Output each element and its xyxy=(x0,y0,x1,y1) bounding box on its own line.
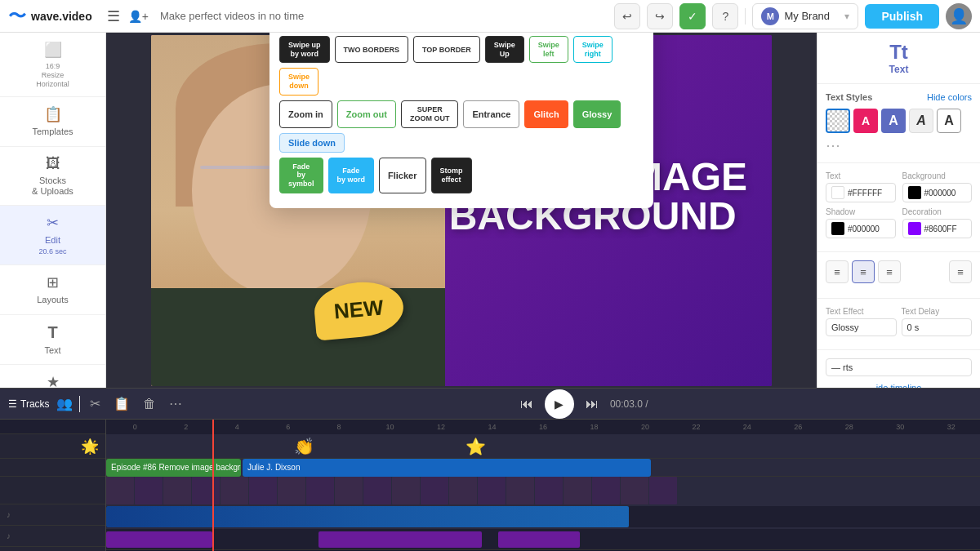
more-styles-icon[interactable]: ⋯ xyxy=(826,136,840,154)
purple-clip-3[interactable] xyxy=(498,531,580,548)
effect-swipe-up[interactable]: SwipeUp xyxy=(485,36,524,64)
align-center-button[interactable]: ≡ xyxy=(852,260,875,283)
layouts-icon: ⊞ xyxy=(47,273,59,291)
bg-color-label: Background xyxy=(902,171,973,180)
effect-row-3: Zoom in Zoom out SUPERZOOM OUT Entrance … xyxy=(279,100,644,153)
divider xyxy=(745,8,746,24)
decoration-color-item: Decoration #8600FF xyxy=(902,207,973,238)
text-effect-item: Text Effect Glossy xyxy=(826,307,897,336)
text-color-picker[interactable]: #FFFFFF xyxy=(826,183,896,202)
effect-two-borders[interactable]: TWO BORDERS xyxy=(335,36,409,64)
thumb-3 xyxy=(163,477,191,504)
undo-button[interactable]: ↩ xyxy=(614,3,640,29)
style-swatch-checkerboard[interactable] xyxy=(826,109,850,133)
menu-icon[interactable]: ☰ xyxy=(107,7,120,25)
color-row-1: Text #FFFFFF Background #000000 xyxy=(826,171,972,202)
thumbnail-strip xyxy=(106,477,980,504)
text-styles-section: Text Styles Hide colors A A A A ⋯ xyxy=(817,84,980,163)
effect-zoom-out[interactable]: Zoom out xyxy=(337,100,396,128)
skip-forward-button[interactable]: ⏭ xyxy=(581,393,604,415)
brand-avatar: M xyxy=(761,7,779,25)
additional-section: — rts ide timeline xyxy=(817,350,980,388)
bg-color-item: Background #000000 xyxy=(902,171,973,202)
save-button[interactable]: ✓ xyxy=(679,3,706,29)
effect-top-border[interactable]: TOP BORDER xyxy=(413,36,480,64)
text-delay-select[interactable]: 0 s xyxy=(902,318,973,336)
align-list-button[interactable]: ≡ xyxy=(949,260,972,283)
text-effect-select[interactable]: Glossy xyxy=(826,318,897,336)
additional-select[interactable]: — rts xyxy=(826,358,972,376)
style-swatch-dark[interactable]: A xyxy=(909,109,933,133)
effect-fade-symbol[interactable]: Fadebysymbol xyxy=(279,158,323,193)
user-avatar[interactable]: 👤 xyxy=(946,3,972,29)
effect-super-zoom-out[interactable]: SUPERZOOM OUT xyxy=(401,100,459,128)
sidebar-label-text: Text xyxy=(44,345,60,356)
clip-julie[interactable]: Julie J. Dixson xyxy=(243,459,651,477)
style-swatch-outline[interactable]: A xyxy=(937,109,961,133)
effect-row-2: Swipe upby word TWO BORDERS TOP BORDER S… xyxy=(279,36,644,96)
color-row-2: Shadow #000000 Decoration #8600FF xyxy=(826,207,972,238)
sidebar-item-edit[interactable]: ✂ Edit20.6 sec xyxy=(0,206,105,265)
timeline-scroll[interactable]: 0 2 4 6 8 10 12 14 16 18 20 22 24 26 28 … xyxy=(106,420,980,551)
add-user-button[interactable]: 👤+ xyxy=(128,10,149,23)
effect-entrance[interactable]: Entrance xyxy=(463,100,519,128)
brand-chevron-icon: ▾ xyxy=(844,11,849,22)
more-tool[interactable]: ⋯ xyxy=(166,393,185,415)
effect-zoom-in[interactable]: Zoom in xyxy=(279,100,332,128)
purple-clip-2[interactable] xyxy=(318,531,482,548)
emoji-track-label: 🌟 xyxy=(0,434,105,459)
clap-emoji: 👏 xyxy=(294,437,314,456)
help-button[interactable]: ? xyxy=(712,3,738,29)
style-swatch-blue[interactable]: A xyxy=(881,109,906,133)
bg-color-picker[interactable]: #000000 xyxy=(902,183,973,202)
audio-track-1[interactable] xyxy=(106,506,980,527)
redo-button[interactable]: ↪ xyxy=(647,3,673,29)
copy-tool[interactable]: 📋 xyxy=(110,393,133,415)
sidebar-item-text[interactable]: T Text xyxy=(0,315,105,365)
effect-glossy[interactable]: Glossy xyxy=(573,100,621,128)
scissors-tool[interactable]: ✂ xyxy=(87,393,104,415)
sidebar-item-resize[interactable]: ⬜ 16:9ResizeHorizontal xyxy=(0,33,105,97)
sidebar-item-overlays[interactable]: ★ Overlays& Stickers xyxy=(0,365,105,388)
hide-colors-action[interactable]: Hide colors xyxy=(927,92,972,102)
bottom-area: ☰ Tracks 👥 ✂ 📋 🗑 ⋯ ⏮ ▶ ⏭ 00:03.0 / 🌟 xyxy=(0,388,980,551)
sidebar-item-layouts[interactable]: ⊞ Layouts xyxy=(0,265,105,314)
effect-swipe-right[interactable]: Swiperight xyxy=(573,36,612,64)
effect-stomp[interactable]: Stompeffect xyxy=(431,158,472,193)
text-color-item: Text #FFFFFF xyxy=(826,171,896,202)
decoration-color-picker[interactable]: #8600FF xyxy=(902,219,973,238)
play-button[interactable]: ▶ xyxy=(545,389,574,419)
logo: 〜 wave.video xyxy=(8,4,92,29)
align-right-button[interactable]: ≡ xyxy=(878,260,901,283)
skip-back-button[interactable]: ⏮ xyxy=(515,393,538,415)
purple-clip-1[interactable] xyxy=(106,531,212,548)
text-styles-label: Text Styles xyxy=(826,92,872,102)
effect-fade-word[interactable]: Fadeby word xyxy=(328,158,375,193)
video-clips-track[interactable]: Episode #86 Remove image backgrou Julie … xyxy=(106,459,980,477)
divider2 xyxy=(79,396,80,412)
thumb-19 xyxy=(621,477,648,504)
tab-tracks[interactable]: ☰ Tracks xyxy=(8,398,50,410)
effect-slide-down[interactable]: Slide down xyxy=(279,133,345,153)
effect-swipe-up-word[interactable]: Swipe upby word xyxy=(279,36,330,64)
effect-glitch[interactable]: Glitch xyxy=(524,100,568,128)
brand-selector[interactable]: M My Brand ▾ xyxy=(752,3,858,29)
decoration-color-value: #8600FF xyxy=(924,224,957,233)
clip-episode[interactable]: Episode #86 Remove image backgrou xyxy=(106,459,241,477)
effect-swipe-down[interactable]: Swipedown xyxy=(279,68,318,96)
effect-swipe-left[interactable]: Swipeleft xyxy=(529,36,568,64)
thumb-14 xyxy=(478,477,506,504)
publish-button[interactable]: Publish xyxy=(865,4,939,29)
align-left-button[interactable]: ≡ xyxy=(826,260,849,283)
style-swatch-pink[interactable]: A xyxy=(853,109,878,133)
effects-popup: Fade SIDEBORDER FRAME CURTAIN Circle Typ… xyxy=(270,33,653,208)
align-row: ≡ ≡ ≡ ≡ xyxy=(826,260,972,283)
playhead xyxy=(212,420,214,551)
group-tracks-icon[interactable]: 👥 xyxy=(56,396,73,411)
shadow-color-picker[interactable]: #000000 xyxy=(826,219,896,238)
delete-tool[interactable]: 🗑 xyxy=(140,393,159,415)
effect-flicker[interactable]: Flicker xyxy=(379,158,425,193)
sidebar-item-stocks[interactable]: 🖼 Stocks& Uploads xyxy=(0,147,105,206)
sidebar-label-stocks: Stocks& Uploads xyxy=(32,176,74,197)
sidebar-item-templates[interactable]: 📋 Templates xyxy=(0,97,105,146)
